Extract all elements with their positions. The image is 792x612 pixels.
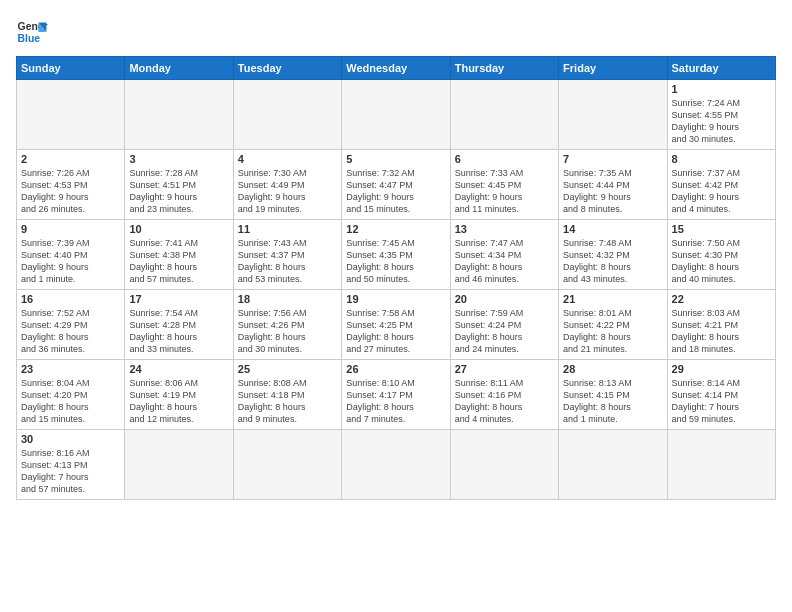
day-cell xyxy=(233,80,341,150)
day-number: 23 xyxy=(21,363,120,375)
calendar-table: SundayMondayTuesdayWednesdayThursdayFrid… xyxy=(16,56,776,500)
day-info: Sunrise: 7:33 AM Sunset: 4:45 PM Dayligh… xyxy=(455,167,554,216)
day-cell: 7Sunrise: 7:35 AM Sunset: 4:44 PM Daylig… xyxy=(559,150,667,220)
day-number: 15 xyxy=(672,223,771,235)
day-info: Sunrise: 7:59 AM Sunset: 4:24 PM Dayligh… xyxy=(455,307,554,356)
day-info: Sunrise: 7:24 AM Sunset: 4:55 PM Dayligh… xyxy=(672,97,771,146)
day-cell xyxy=(125,430,233,500)
day-cell: 4Sunrise: 7:30 AM Sunset: 4:49 PM Daylig… xyxy=(233,150,341,220)
day-number: 18 xyxy=(238,293,337,305)
day-number: 28 xyxy=(563,363,662,375)
day-cell xyxy=(233,430,341,500)
day-number: 8 xyxy=(672,153,771,165)
day-number: 26 xyxy=(346,363,445,375)
day-cell: 24Sunrise: 8:06 AM Sunset: 4:19 PM Dayli… xyxy=(125,360,233,430)
day-number: 10 xyxy=(129,223,228,235)
day-number: 3 xyxy=(129,153,228,165)
week-row-2: 2Sunrise: 7:26 AM Sunset: 4:53 PM Daylig… xyxy=(17,150,776,220)
day-info: Sunrise: 7:52 AM Sunset: 4:29 PM Dayligh… xyxy=(21,307,120,356)
day-info: Sunrise: 7:26 AM Sunset: 4:53 PM Dayligh… xyxy=(21,167,120,216)
day-cell: 20Sunrise: 7:59 AM Sunset: 4:24 PM Dayli… xyxy=(450,290,558,360)
day-cell: 30Sunrise: 8:16 AM Sunset: 4:13 PM Dayli… xyxy=(17,430,125,500)
day-cell: 11Sunrise: 7:43 AM Sunset: 4:37 PM Dayli… xyxy=(233,220,341,290)
col-header-saturday: Saturday xyxy=(667,57,775,80)
day-info: Sunrise: 7:56 AM Sunset: 4:26 PM Dayligh… xyxy=(238,307,337,356)
day-cell: 15Sunrise: 7:50 AM Sunset: 4:30 PM Dayli… xyxy=(667,220,775,290)
col-header-wednesday: Wednesday xyxy=(342,57,450,80)
col-header-tuesday: Tuesday xyxy=(233,57,341,80)
day-info: Sunrise: 7:30 AM Sunset: 4:49 PM Dayligh… xyxy=(238,167,337,216)
day-number: 17 xyxy=(129,293,228,305)
day-number: 13 xyxy=(455,223,554,235)
day-info: Sunrise: 8:14 AM Sunset: 4:14 PM Dayligh… xyxy=(672,377,771,426)
day-number: 2 xyxy=(21,153,120,165)
day-cell xyxy=(17,80,125,150)
col-header-thursday: Thursday xyxy=(450,57,558,80)
day-cell: 22Sunrise: 8:03 AM Sunset: 4:21 PM Dayli… xyxy=(667,290,775,360)
day-cell: 1Sunrise: 7:24 AM Sunset: 4:55 PM Daylig… xyxy=(667,80,775,150)
day-cell xyxy=(559,80,667,150)
day-number: 24 xyxy=(129,363,228,375)
day-cell: 16Sunrise: 7:52 AM Sunset: 4:29 PM Dayli… xyxy=(17,290,125,360)
day-cell: 12Sunrise: 7:45 AM Sunset: 4:35 PM Dayli… xyxy=(342,220,450,290)
day-info: Sunrise: 8:06 AM Sunset: 4:19 PM Dayligh… xyxy=(129,377,228,426)
day-number: 9 xyxy=(21,223,120,235)
day-info: Sunrise: 7:54 AM Sunset: 4:28 PM Dayligh… xyxy=(129,307,228,356)
day-cell: 21Sunrise: 8:01 AM Sunset: 4:22 PM Dayli… xyxy=(559,290,667,360)
day-cell: 19Sunrise: 7:58 AM Sunset: 4:25 PM Dayli… xyxy=(342,290,450,360)
day-info: Sunrise: 8:11 AM Sunset: 4:16 PM Dayligh… xyxy=(455,377,554,426)
svg-text:Blue: Blue xyxy=(18,33,41,44)
day-number: 4 xyxy=(238,153,337,165)
day-cell xyxy=(342,430,450,500)
day-info: Sunrise: 7:58 AM Sunset: 4:25 PM Dayligh… xyxy=(346,307,445,356)
day-info: Sunrise: 7:35 AM Sunset: 4:44 PM Dayligh… xyxy=(563,167,662,216)
day-info: Sunrise: 8:10 AM Sunset: 4:17 PM Dayligh… xyxy=(346,377,445,426)
day-number: 12 xyxy=(346,223,445,235)
day-number: 16 xyxy=(21,293,120,305)
day-info: Sunrise: 7:37 AM Sunset: 4:42 PM Dayligh… xyxy=(672,167,771,216)
day-info: Sunrise: 7:39 AM Sunset: 4:40 PM Dayligh… xyxy=(21,237,120,286)
day-info: Sunrise: 7:50 AM Sunset: 4:30 PM Dayligh… xyxy=(672,237,771,286)
day-cell xyxy=(450,80,558,150)
day-cell: 17Sunrise: 7:54 AM Sunset: 4:28 PM Dayli… xyxy=(125,290,233,360)
page: General Blue SundayMondayTuesdayWednesda… xyxy=(0,0,792,612)
day-number: 30 xyxy=(21,433,120,445)
day-number: 29 xyxy=(672,363,771,375)
day-info: Sunrise: 7:28 AM Sunset: 4:51 PM Dayligh… xyxy=(129,167,228,216)
day-cell xyxy=(559,430,667,500)
week-row-6: 30Sunrise: 8:16 AM Sunset: 4:13 PM Dayli… xyxy=(17,430,776,500)
day-cell: 26Sunrise: 8:10 AM Sunset: 4:17 PM Dayli… xyxy=(342,360,450,430)
day-cell: 13Sunrise: 7:47 AM Sunset: 4:34 PM Dayli… xyxy=(450,220,558,290)
col-header-monday: Monday xyxy=(125,57,233,80)
logo: General Blue xyxy=(16,16,48,48)
day-cell: 18Sunrise: 7:56 AM Sunset: 4:26 PM Dayli… xyxy=(233,290,341,360)
day-info: Sunrise: 7:45 AM Sunset: 4:35 PM Dayligh… xyxy=(346,237,445,286)
day-info: Sunrise: 8:16 AM Sunset: 4:13 PM Dayligh… xyxy=(21,447,120,496)
day-info: Sunrise: 7:43 AM Sunset: 4:37 PM Dayligh… xyxy=(238,237,337,286)
day-number: 22 xyxy=(672,293,771,305)
day-cell: 9Sunrise: 7:39 AM Sunset: 4:40 PM Daylig… xyxy=(17,220,125,290)
day-cell: 5Sunrise: 7:32 AM Sunset: 4:47 PM Daylig… xyxy=(342,150,450,220)
day-number: 1 xyxy=(672,83,771,95)
week-row-3: 9Sunrise: 7:39 AM Sunset: 4:40 PM Daylig… xyxy=(17,220,776,290)
day-cell: 2Sunrise: 7:26 AM Sunset: 4:53 PM Daylig… xyxy=(17,150,125,220)
day-cell xyxy=(125,80,233,150)
day-info: Sunrise: 8:03 AM Sunset: 4:21 PM Dayligh… xyxy=(672,307,771,356)
day-info: Sunrise: 7:47 AM Sunset: 4:34 PM Dayligh… xyxy=(455,237,554,286)
day-info: Sunrise: 7:48 AM Sunset: 4:32 PM Dayligh… xyxy=(563,237,662,286)
week-row-4: 16Sunrise: 7:52 AM Sunset: 4:29 PM Dayli… xyxy=(17,290,776,360)
day-cell: 29Sunrise: 8:14 AM Sunset: 4:14 PM Dayli… xyxy=(667,360,775,430)
day-cell: 25Sunrise: 8:08 AM Sunset: 4:18 PM Dayli… xyxy=(233,360,341,430)
day-number: 25 xyxy=(238,363,337,375)
day-info: Sunrise: 8:04 AM Sunset: 4:20 PM Dayligh… xyxy=(21,377,120,426)
day-number: 19 xyxy=(346,293,445,305)
header: General Blue xyxy=(16,16,776,48)
day-cell: 27Sunrise: 8:11 AM Sunset: 4:16 PM Dayli… xyxy=(450,360,558,430)
day-number: 11 xyxy=(238,223,337,235)
day-cell: 23Sunrise: 8:04 AM Sunset: 4:20 PM Dayli… xyxy=(17,360,125,430)
day-cell xyxy=(450,430,558,500)
col-header-sunday: Sunday xyxy=(17,57,125,80)
day-info: Sunrise: 7:32 AM Sunset: 4:47 PM Dayligh… xyxy=(346,167,445,216)
day-number: 21 xyxy=(563,293,662,305)
col-header-friday: Friday xyxy=(559,57,667,80)
